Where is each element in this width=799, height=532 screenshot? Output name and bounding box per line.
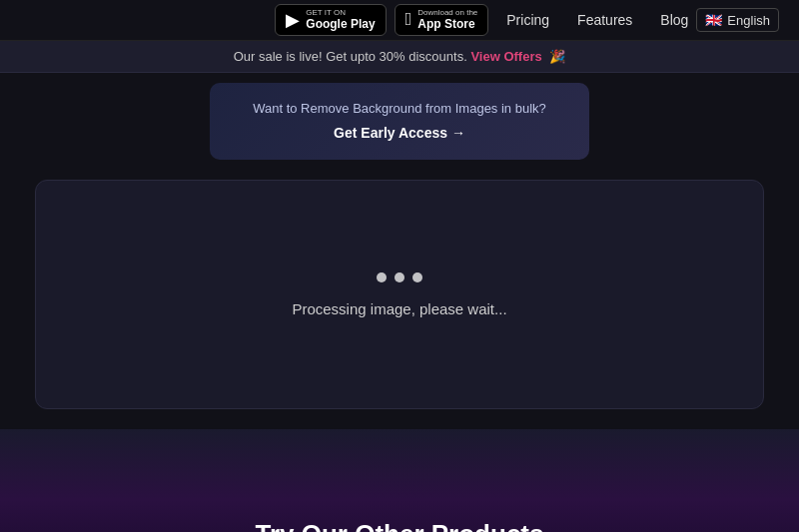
nav-blog[interactable]: Blog xyxy=(660,12,688,28)
sale-text: Our sale is live! Get upto 30% discounts… xyxy=(234,49,467,64)
processing-card: Processing image, please wait... xyxy=(35,180,764,409)
early-access-button[interactable]: Get Early Access → xyxy=(334,125,465,141)
google-play-label: Google Play xyxy=(306,17,375,31)
apple-icon:  xyxy=(405,9,412,30)
flag-icon: 🇬🇧 xyxy=(705,12,722,28)
google-play-label-small: GET IT ON xyxy=(306,9,375,17)
dot-1 xyxy=(377,272,387,282)
app-store-badge[interactable]:  Download on the App Store xyxy=(395,4,489,36)
bottom-section: Try Our Other Products xyxy=(0,429,799,532)
app-store-label-small: Download on the xyxy=(417,9,477,17)
processing-area: Processing image, please wait... xyxy=(0,160,799,429)
upload-card-text: Want to Remove Background from Images in… xyxy=(234,101,565,116)
google-play-icon: ▶ xyxy=(286,9,300,31)
try-other-title: Try Our Other Products xyxy=(256,519,544,532)
sale-emoji: 🎉 xyxy=(549,49,565,64)
upload-card: Want to Remove Background from Images in… xyxy=(210,83,589,160)
language-label: English xyxy=(727,13,770,28)
dot-3 xyxy=(412,272,422,282)
top-nav: ▶ GET IT ON Google Play  Download on th… xyxy=(0,0,799,41)
sale-banner: Our sale is live! Get upto 30% discounts… xyxy=(0,41,799,73)
upload-section: Want to Remove Background from Images in… xyxy=(0,73,799,160)
dot-2 xyxy=(395,272,404,282)
nav-links: Pricing Features Blog xyxy=(506,12,688,28)
nav-features[interactable]: Features xyxy=(577,12,632,28)
app-store-label: App Store xyxy=(417,17,477,31)
nav-pricing[interactable]: Pricing xyxy=(506,12,549,28)
processing-text: Processing image, please wait... xyxy=(292,300,506,317)
language-selector[interactable]: 🇬🇧 English xyxy=(696,8,779,32)
loading-dots xyxy=(377,272,422,282)
google-play-badge[interactable]: ▶ GET IT ON Google Play xyxy=(275,4,386,36)
view-offers-link[interactable]: View Offers xyxy=(470,49,541,64)
